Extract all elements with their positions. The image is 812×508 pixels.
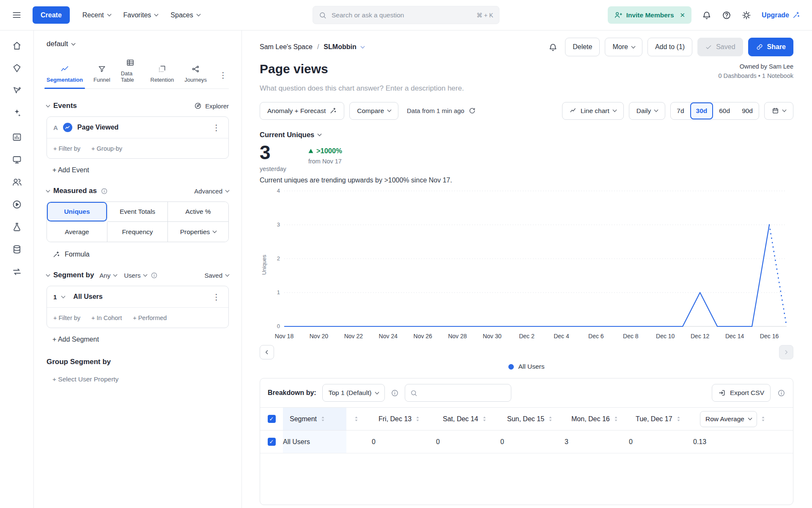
invite-members-button[interactable]: Invite Members ✕	[608, 6, 691, 24]
tab-data-table[interactable]: Data Table	[121, 58, 140, 88]
menu-recent[interactable]: Recent	[82, 11, 111, 19]
notifications-bell-button[interactable]	[702, 11, 711, 20]
option-properties[interactable]: Properties	[168, 222, 228, 242]
add-event-button[interactable]: + Add Event	[47, 166, 229, 174]
breakdown-search[interactable]	[405, 384, 511, 402]
column-header-dec16[interactable]: Mon, Dec 16	[565, 408, 629, 431]
close-icon[interactable]: ✕	[680, 11, 686, 19]
range-60d[interactable]: 60d	[713, 102, 736, 119]
anomaly-forecast-button[interactable]: Anomaly + Forecast	[260, 102, 344, 120]
column-header-blank[interactable]	[346, 408, 372, 431]
chart-legend[interactable]: All Users	[260, 363, 793, 370]
rail-reports[interactable]	[12, 132, 22, 142]
event-group-by-link[interactable]: + Group-by	[91, 145, 122, 152]
search-input[interactable]	[331, 11, 472, 19]
delete-button[interactable]: Delete	[565, 38, 600, 56]
event-name[interactable]: Page Viewed	[77, 124, 119, 131]
sort-icon[interactable]	[481, 416, 488, 422]
column-header-dec15[interactable]: Sun, Dec 15	[500, 408, 565, 431]
top-selector-dropdown[interactable]: Top 1 (Default)	[322, 384, 385, 402]
segment-any-dropdown[interactable]: Any	[99, 272, 117, 279]
select-all-checkbox[interactable]: ✓	[268, 415, 276, 423]
tab-funnel[interactable]: Funnel	[93, 65, 110, 88]
kebab-icon[interactable]: ⋮	[211, 292, 222, 302]
option-uniques[interactable]: Uniques	[47, 202, 107, 222]
kebab-icon[interactable]: ⋮	[217, 70, 229, 88]
collapse-chevron-icon[interactable]	[46, 272, 50, 276]
range-30d[interactable]: 30d	[690, 102, 713, 119]
sort-icon[interactable]	[675, 416, 682, 422]
column-header-dec17[interactable]: Tue, Dec 17	[629, 408, 693, 431]
breadcrumb-space[interactable]: Sam Lee's Space	[260, 43, 313, 51]
segment-name[interactable]: All Users	[73, 293, 102, 301]
upgrade-link[interactable]: Upgrade	[762, 11, 800, 19]
select-user-property-link[interactable]: + Select User Property	[47, 375, 229, 383]
sort-icon[interactable]	[613, 416, 619, 422]
column-header-segment[interactable]: Segment	[283, 408, 346, 431]
kebab-icon[interactable]: ⋮	[211, 123, 222, 133]
add-segment-button[interactable]: + Add Segment	[47, 336, 229, 343]
sort-icon[interactable]	[320, 416, 326, 422]
settings-gear-button[interactable]	[742, 11, 751, 20]
event-filter-by-link[interactable]: + Filter by	[53, 145, 80, 152]
metric-selector[interactable]: Current Uniques	[260, 131, 793, 139]
collapse-chevron-icon[interactable]	[46, 188, 50, 192]
line-chart[interactable]: 01234Nov 18Nov 20Nov 22Nov 24Nov 26Nov 2…	[269, 186, 793, 343]
option-active-pct[interactable]: Active %	[168, 202, 228, 222]
segment-filter-by-link[interactable]: + Filter by	[53, 315, 80, 321]
rail-ai[interactable]	[12, 108, 22, 120]
share-button[interactable]: Share	[748, 38, 793, 56]
report-alerts-button[interactable]	[546, 38, 560, 56]
column-header-dec13[interactable]: Fri, Dec 13	[372, 408, 436, 431]
rail-session-replay[interactable]	[12, 199, 22, 210]
rail-experiments[interactable]	[12, 222, 22, 232]
range-7d[interactable]: 7d	[671, 102, 690, 119]
add-to-button[interactable]: Add to (1)	[647, 38, 692, 56]
rail-cohorts[interactable]	[12, 177, 22, 187]
sort-icon[interactable]	[353, 416, 359, 422]
chart-prev-button[interactable]	[260, 345, 274, 359]
breakdown-search-input[interactable]	[421, 389, 506, 397]
breadcrumb-report[interactable]: SLMobbin	[324, 43, 356, 51]
rail-board-monitor[interactable]	[12, 155, 22, 165]
segment-number[interactable]: 1	[53, 293, 57, 301]
segment-in-cohort-link[interactable]: + In Cohort	[91, 315, 122, 321]
sort-icon[interactable]	[414, 416, 421, 422]
rail-cursor[interactable]	[12, 86, 22, 96]
rail-integrations[interactable]	[12, 267, 22, 277]
saved-segments-dropdown[interactable]: Saved	[204, 272, 229, 279]
help-button[interactable]	[722, 11, 731, 20]
sort-icon[interactable]	[547, 416, 554, 422]
tab-segmentation[interactable]: Segmentation	[47, 65, 83, 88]
option-frequency[interactable]: Frequency	[107, 222, 168, 242]
advanced-dropdown[interactable]: Advanced	[194, 188, 229, 195]
tab-retention[interactable]: Retention	[151, 65, 174, 88]
explorer-button[interactable]: Explorer	[194, 102, 229, 110]
custom-date-button[interactable]	[764, 102, 793, 120]
export-csv-button[interactable]: Export CSV	[712, 384, 771, 402]
column-header-dec14[interactable]: Sat, Dec 14	[436, 408, 500, 431]
chevron-down-icon[interactable]	[61, 294, 66, 298]
chevron-down-icon[interactable]	[360, 44, 365, 48]
description-placeholder[interactable]: What question does this chart answer? En…	[260, 84, 793, 93]
menu-favorites[interactable]: Favorites	[123, 11, 158, 19]
option-event-totals[interactable]: Event Totals	[107, 202, 168, 222]
info-icon[interactable]	[777, 389, 785, 397]
tab-journeys[interactable]: Journeys	[184, 65, 207, 88]
compare-button[interactable]: Compare	[349, 102, 398, 120]
formula-button[interactable]: Formula	[47, 251, 229, 258]
chart-type-dropdown[interactable]: Line chart	[562, 102, 624, 120]
rail-home[interactable]	[12, 41, 22, 51]
segment-users-dropdown[interactable]: Users	[124, 272, 147, 279]
project-selector[interactable]: default	[47, 40, 229, 48]
collapse-chevron-icon[interactable]	[46, 103, 50, 107]
menu-spaces[interactable]: Spaces	[170, 11, 200, 19]
rail-data[interactable]	[12, 244, 22, 254]
row-checkbox[interactable]: ✓	[268, 438, 276, 446]
option-average[interactable]: Average	[47, 222, 107, 242]
rail-boards[interactable]	[12, 63, 22, 73]
refresh-icon[interactable]	[469, 107, 476, 114]
range-90d[interactable]: 90d	[736, 102, 759, 119]
interval-dropdown[interactable]: Daily	[629, 102, 665, 120]
segment-performed-link[interactable]: + Performed	[133, 315, 167, 321]
